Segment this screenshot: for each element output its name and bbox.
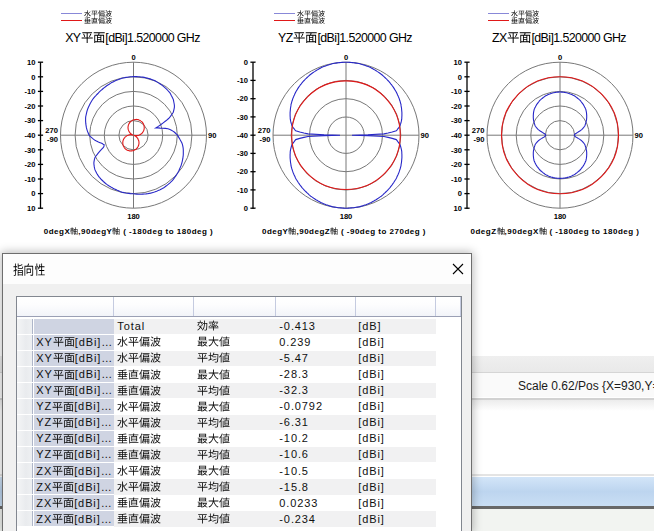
svg-text:-90: -90 [474,135,485,144]
svg-text:-20: -20 [25,102,36,111]
svg-text:270: 270 [472,126,485,135]
svg-text:180: 180 [554,212,567,221]
svg-text:10: 10 [27,204,35,213]
svg-text:-30: -30 [25,116,36,125]
svg-text:0: 0 [31,189,35,198]
svg-text:180: 180 [340,212,353,221]
svg-text:-10: -10 [451,87,462,96]
svg-text:-20: -20 [451,160,462,169]
svg-text:0: 0 [558,53,562,62]
svg-text:-90: -90 [47,135,58,144]
svg-text:-30: -30 [237,113,248,122]
svg-text:-10: -10 [25,175,36,184]
svg-text:90: 90 [208,131,216,140]
svg-text:-40: -40 [237,131,248,140]
svg-text:-10: -10 [451,175,462,184]
svg-text:90: 90 [635,131,643,140]
svg-text:-40: -40 [451,131,462,140]
svg-text:-30: -30 [451,116,462,125]
svg-text:-20: -20 [237,167,248,176]
svg-text:0: 0 [344,53,348,62]
svg-text:270: 270 [45,126,58,135]
svg-text:-30: -30 [25,146,36,155]
svg-text:0: 0 [131,53,135,62]
svg-text:-90: -90 [260,135,271,144]
svg-text:180: 180 [127,212,140,221]
svg-text:270: 270 [258,126,271,135]
svg-text:0: 0 [458,189,462,198]
svg-text:-20: -20 [451,102,462,111]
svg-text:-20: -20 [237,94,248,103]
svg-text:0: 0 [244,58,248,67]
svg-text:-30: -30 [237,149,248,158]
svg-text:-30: -30 [451,146,462,155]
svg-text:10: 10 [454,58,462,67]
svg-text:90: 90 [421,131,429,140]
svg-text:-10: -10 [25,87,36,96]
svg-text:0: 0 [31,73,35,82]
svg-text:-40: -40 [25,131,36,140]
svg-text:-10: -10 [237,186,248,195]
svg-text:0: 0 [244,204,248,213]
svg-text:10: 10 [27,58,35,67]
svg-text:-10: -10 [237,76,248,85]
svg-text:0: 0 [458,73,462,82]
svg-text:-20: -20 [25,160,36,169]
svg-text:10: 10 [454,204,462,213]
